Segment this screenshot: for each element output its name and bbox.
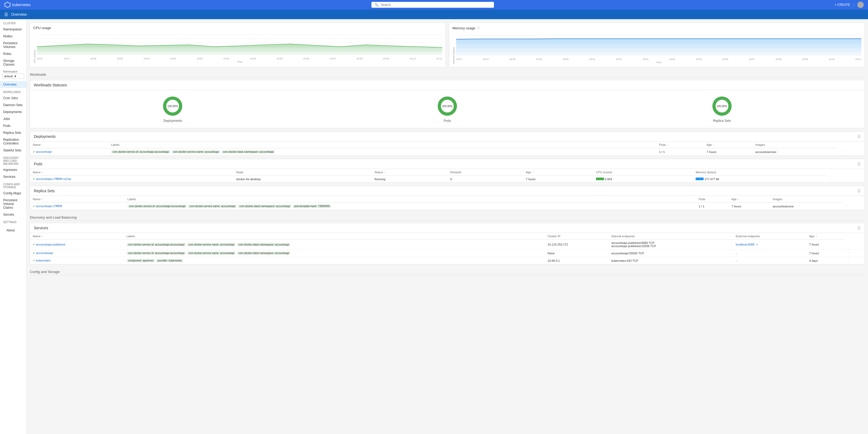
sidebar-item-config-maps[interactable]: Config Maps [0,190,26,197]
svc-row2-actions[interactable]: ⋮ [844,250,865,257]
pod-col-name[interactable]: Name ↕ [30,169,234,176]
replica-sets-pct: 100.00% [717,105,727,108]
svc-row3-internal-ep: kubernetes:443 TCP [609,257,733,264]
cpu-bar [596,177,604,180]
svc-row2-internal-ep: accountssapi:55555 TCP [609,250,733,257]
svc-row2-labels: com.docker.service.id: accountsapi-accou… [124,250,545,257]
rs-row-menu[interactable]: ⋮ [844,204,862,208]
pod-row-menu[interactable]: ⋮ [829,177,862,181]
sidebar-item-replication-controllers[interactable]: Replication Controllers [0,136,26,147]
rs-col-images: Images [770,196,842,203]
dep-col-age[interactable]: Age ↕ [704,142,753,148]
rs-row-name: ✔ accountsapi-c7fff89f [30,203,125,210]
pods-filter-icon[interactable]: ☰ [857,162,861,166]
services-card-body: Name ↕ Labels Cluster IP Internal endpoi… [30,233,865,264]
rs-row-pods: 1 / 1 [696,203,729,210]
cluster-section-label: Cluster [0,19,26,26]
namespace-select[interactable]: default ▼ [2,74,24,79]
sidebar-item-secrets[interactable]: Secrets [0,211,26,218]
pods-donut: 100.00% [437,95,458,117]
svc-row2-external-ep: - [733,250,806,257]
memory-x-labels: 18:57 18:57 18:58 18:59 19:00 19:01 19:0… [456,58,861,60]
create-button[interactable]: + CREATE [835,3,850,7]
charts-row: CPU usage CPU (cores) [30,22,865,67]
workloads-statuses-card: Workloads Statuses 100.00% Deployments [30,80,865,128]
status-pods: 100.00% Pods [437,95,458,123]
section-title: Overview [11,12,27,17]
dep-row-menu[interactable]: ⋮ [841,150,862,153]
pod-col-status[interactable]: Status ↕ [372,169,448,176]
deployments-filter-icon[interactable]: ☰ [857,134,861,139]
svc-row3-actions[interactable]: ⋮ [844,257,865,264]
sidebar-item-pvc[interactable]: Persistent Volume Claims [0,197,26,211]
services-table: Name ↕ Labels Cluster IP Internal endpoi… [30,233,865,264]
workloads-section-label: Workloads [0,88,26,95]
sidebar-item-roles[interactable]: Roles [0,50,26,57]
sidebar-item-stateful-sets[interactable]: Stateful Sets [0,147,26,154]
dep-link[interactable]: accountsapi [36,150,52,153]
svc-col-name[interactable]: Name ↕ [30,233,124,240]
search-icon: 🔍 [375,3,379,7]
topbar-center: 🔍 [31,2,834,8]
services-filter-icon[interactable]: ☰ [857,226,861,230]
sidebar-item-replica-sets[interactable]: Replica Sets [0,129,26,136]
svc-row3-name: ✔ kubernetes [30,257,124,264]
svc1-link[interactable]: accountsapi-published [36,243,65,246]
table-row: ✔ kubernetes component: apiserver provid… [30,257,865,264]
deployments-card-header: Deployments ☰ [30,132,865,142]
sidebar-item-daemon-sets[interactable]: Daemon Sets [0,102,26,109]
sidebar-item-services[interactable]: Services [0,173,26,180]
dep-row-labels: com.docker.service.id: accountsapi-accou… [108,148,656,156]
memory-x-axis-label: Time [456,61,861,64]
svg-marker-0 [4,2,10,8]
services-card: Services ☰ Name ↕ Labels Cluster IP Inte… [30,223,865,264]
rs-row-actions[interactable]: ⋮ [842,203,865,210]
svc2-link[interactable]: accountssapi [36,251,53,255]
sidebar-item-pods[interactable]: Pods [0,122,26,129]
svc-col-age[interactable]: Age ↕ [806,233,844,240]
sidebar-item-namespaces[interactable]: Namespaces [0,26,26,33]
sidebar-item-overview[interactable]: Overview [0,81,26,88]
dep-row-age: 7 hours [704,148,753,156]
sidebar-item-jobs[interactable]: Jobs [0,115,26,122]
sidebar-item-storage-classes[interactable]: Storage Classes [0,57,26,68]
svc2-status-icon: ✔ [33,251,35,255]
svc3-link[interactable]: kubernetes [36,259,50,262]
pod-row-actions[interactable]: ⋮ [826,176,865,183]
rs-col-name[interactable]: Name ↕ [30,196,125,203]
search-bar[interactable]: 🔍 [371,2,494,8]
dep-col-pods[interactable]: Pods ↕ [656,142,704,148]
svc-row2-name: ✔ accountssapi [30,250,124,257]
kube-logo[interactable]: kubernetes [4,2,31,8]
svc1-row-menu[interactable]: ⋮ [847,242,862,246]
label-tag: com.docker.service.id: accountsapi-accou… [128,204,187,208]
replica-sets-filter-icon[interactable]: ☰ [857,189,861,193]
status-deployments: 100.00% Deployments [162,95,183,123]
pod-link[interactable]: accountsapi-c7fff89f-nq7qn [36,177,71,180]
pod-col-age[interactable]: Age ↕ [523,169,593,176]
sidebar-item-ingresses[interactable]: Ingresses [0,166,26,173]
svc2-row-menu[interactable]: ⋮ [847,251,862,255]
rs-col-age[interactable]: Age ↕ [729,196,770,203]
sidebar-item-persistent-volumes[interactable]: Persistent Volumes [0,40,26,50]
replica-sets-table: Name ↕ Labels Pods Age ↕ Images ✔ accoun… [30,196,865,210]
cpu-y-label: CPU (cores) [33,32,36,63]
svc3-row-menu[interactable]: ⋮ [847,259,862,262]
hamburger-icon[interactable]: ☰ [4,12,8,17]
replica-sets-card: Replica Sets ☰ Name ↕ Labels Pods Age ↕ … [30,186,865,210]
pod-row-memory: 277.477 Mi [693,176,826,183]
rs-link[interactable]: accountsapi-c7fff89f [36,204,62,208]
cpu-x-axis-label: Time [37,60,442,63]
sidebar-item-deployments[interactable]: Deployments [0,109,26,115]
sidebar-item-about[interactable]: About [3,227,23,234]
sidebar-item-cron-jobs[interactable]: Cron Jobs [0,95,26,102]
svc-row1-actions[interactable]: ⋮ [844,240,865,250]
deployments-card-body: Name ↕ Labels Pods ↕ Age ↕ Images ✔ acco… [30,142,865,155]
dep-row-actions[interactable]: ⋮ [838,148,865,156]
dep-col-name[interactable]: Name ↕ [30,142,108,148]
sidebar-item-nodes[interactable]: Nodes [0,33,26,40]
table-row: ✔ accountsapi com.docker.service.id: acc… [30,148,865,156]
svc1-external-link[interactable]: localhost:8080 [736,243,754,246]
avatar[interactable] [857,2,864,8]
search-input[interactable] [381,3,491,7]
